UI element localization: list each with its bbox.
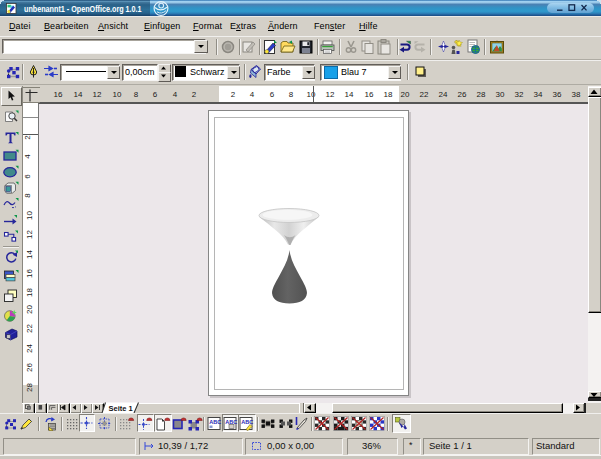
svg-text:Seite 1: Seite 1 (109, 404, 133, 413)
svg-text:ABC: ABC (225, 419, 237, 425)
svg-text:ABC: ABC (209, 419, 221, 425)
svg-text:ABC: ABC (241, 419, 253, 425)
